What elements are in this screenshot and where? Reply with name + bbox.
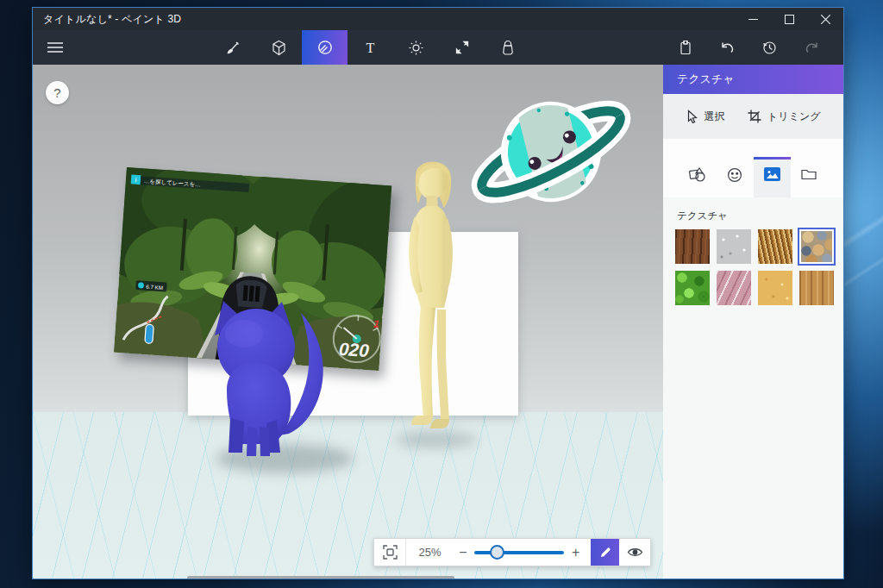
window-title: タイトルなし* - ペイント 3D	[33, 12, 735, 27]
text-icon: T	[362, 40, 379, 56]
texture-swatch-grid	[663, 229, 843, 305]
zoom-value: 25%	[406, 546, 453, 559]
cat-3d-model[interactable]	[204, 297, 349, 461]
zoom-out-button[interactable]: −	[454, 539, 473, 566]
expand-menu-button[interactable]	[33, 30, 78, 65]
sun-icon	[408, 40, 424, 56]
action-group	[664, 30, 833, 65]
tab-sticker-shapes[interactable]	[679, 157, 717, 197]
svg-text:T: T	[366, 41, 375, 55]
close-button[interactable]	[807, 8, 843, 30]
minimize-button[interactable]	[735, 8, 771, 30]
redo-button[interactable]	[791, 30, 833, 65]
stickers-panel: テクスチャ 選択 トリミング	[663, 65, 843, 579]
woman-3d-model[interactable]	[387, 147, 482, 445]
smiley-icon	[727, 167, 742, 183]
image-icon	[764, 167, 780, 181]
main-area: i …を探してレースを… 6.7 KM	[33, 65, 843, 579]
paint3d-window: タイトルなし* - ペイント 3D	[32, 7, 844, 579]
view-mode-button[interactable]	[619, 539, 650, 566]
maximize-icon	[785, 15, 794, 24]
hamburger-icon	[47, 41, 63, 53]
svg-text:1: 1	[373, 317, 380, 329]
fit-icon	[383, 545, 398, 560]
redo-icon	[804, 41, 820, 55]
tool-effects[interactable]	[393, 30, 439, 65]
zoom-slider-thumb[interactable]	[490, 545, 504, 560]
texture-swatch-bark[interactable]	[675, 229, 710, 264]
zoom-slider-track[interactable]	[474, 551, 564, 554]
history-icon	[761, 40, 778, 56]
horizontal-scrollbar[interactable]	[187, 576, 454, 579]
edit-mode-button[interactable]	[591, 539, 620, 566]
planet-sticker[interactable]	[478, 78, 624, 225]
tool-3d-library[interactable]	[485, 30, 530, 65]
history-button[interactable]	[748, 30, 791, 65]
brush-icon	[225, 40, 241, 56]
canvas-viewport[interactable]: i …を探してレースを… 6.7 KM	[33, 65, 663, 579]
tool-canvas[interactable]	[439, 30, 485, 65]
crop-label: トリミング	[767, 109, 820, 124]
panel-header: テクスチャ	[663, 65, 843, 94]
undo-icon	[719, 41, 736, 55]
fit-to-window-button[interactable]	[374, 539, 406, 566]
zoom-toolbar: 25% − +	[373, 538, 651, 566]
eye-icon	[627, 547, 643, 558]
texture-swatch-sand[interactable]	[758, 271, 792, 305]
tab-textures[interactable]	[754, 157, 791, 197]
expand-icon	[454, 40, 470, 55]
svg-text:6.7 KM: 6.7 KM	[146, 284, 163, 291]
sticker-icon	[316, 39, 334, 56]
cursor-icon	[686, 109, 698, 123]
tool-3d-shapes[interactable]	[256, 30, 302, 65]
panel-subtoolbar: 選択 トリミング	[663, 94, 843, 139]
texture-swatch-leaves[interactable]	[675, 271, 710, 305]
minimize-icon	[748, 15, 758, 24]
close-icon	[821, 15, 830, 24]
top-toolbar: T	[33, 30, 843, 65]
select-label: 選択	[705, 109, 725, 124]
help-button[interactable]: ?	[46, 81, 69, 104]
texture-swatch-glitter[interactable]	[717, 229, 751, 264]
select-button[interactable]: 選択	[686, 109, 725, 124]
tool-text[interactable]: T	[348, 30, 393, 65]
tab-custom-stickers[interactable]	[791, 157, 828, 197]
texture-section-label: テクスチャ	[663, 197, 843, 229]
maximize-button[interactable]	[771, 8, 807, 30]
folder-icon	[801, 167, 817, 180]
crop-icon	[748, 109, 761, 123]
cube-icon	[271, 40, 287, 56]
tool-group: T	[210, 30, 530, 65]
3d-library-icon	[500, 40, 516, 56]
texture-swatch-marble[interactable]	[717, 271, 751, 305]
paste-button[interactable]	[664, 30, 706, 65]
clipboard-icon	[678, 40, 693, 56]
shapes-icon	[689, 167, 706, 183]
zoom-slider[interactable]	[473, 539, 566, 566]
panel-title: テクスチャ	[677, 72, 735, 87]
crop-button[interactable]: トリミング	[748, 109, 820, 124]
texture-swatch-fur[interactable]	[758, 229, 792, 264]
sticker-tabs	[663, 139, 843, 197]
undo-button[interactable]	[706, 30, 748, 65]
help-label: ?	[53, 85, 60, 100]
tool-stickers[interactable]	[302, 30, 348, 65]
zoom-in-button[interactable]: +	[566, 539, 585, 566]
tool-brush[interactable]	[210, 30, 256, 65]
tab-sticker-faces[interactable]	[717, 157, 754, 197]
texture-swatch-wood[interactable]	[799, 271, 834, 305]
title-bar: タイトルなし* - ペイント 3D	[33, 8, 843, 30]
texture-swatch-pebbles[interactable]	[799, 229, 834, 264]
pencil-icon	[598, 546, 612, 560]
